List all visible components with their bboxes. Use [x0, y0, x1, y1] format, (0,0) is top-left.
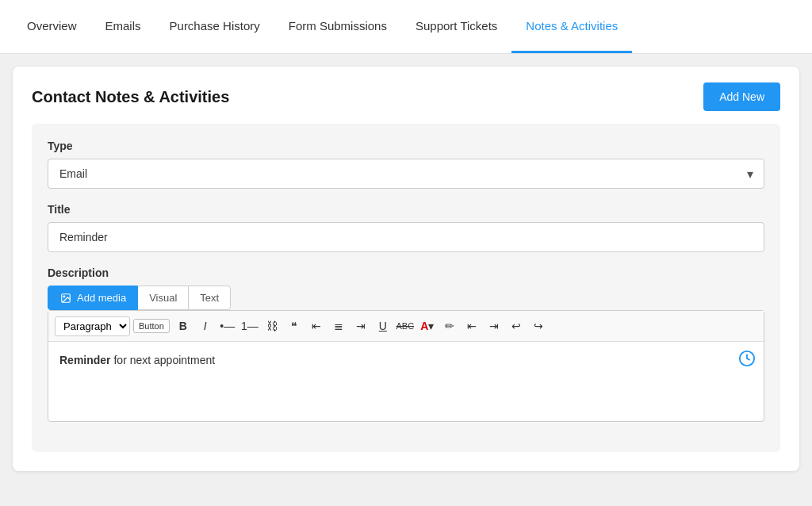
bullet-list-button[interactable]: •— [217, 316, 238, 336]
nav-label-purchase-history: Purchase History [170, 19, 260, 33]
type-group: Type Email Note Activity Call Meeting [48, 140, 764, 189]
font-color-button[interactable]: A▾ [417, 316, 438, 336]
align-left-icon: ⇤ [312, 320, 321, 332]
italic-button[interactable]: I [195, 316, 216, 336]
type-label: Type [48, 140, 764, 152]
editor-tabs: Add media Visual Text [48, 286, 764, 310]
undo-button[interactable]: ↩ [506, 316, 527, 336]
button-label-btn[interactable]: Button [133, 319, 170, 333]
align-left-button[interactable]: ⇤ [306, 316, 327, 336]
nav-item-purchase-history[interactable]: Purchase History [155, 0, 274, 53]
nav-item-support-tickets[interactable]: Support Tickets [401, 0, 511, 53]
title-label: Title [48, 203, 764, 216]
type-select-wrapper: Email Note Activity Call Meeting [48, 159, 764, 189]
tab-add-media[interactable]: Add media [48, 286, 138, 310]
pencil-button[interactable]: ✏ [439, 316, 460, 336]
card-title: Contact Notes & Activities [32, 88, 229, 106]
undo-icon: ↩ [511, 320, 521, 332]
editor-wrapper: Paragraph Heading 1 Heading 2 Button B I… [48, 310, 764, 422]
align-center-button[interactable]: ≣ [328, 316, 349, 336]
nav-label-overview: Overview [27, 19, 77, 33]
title-group: Title [48, 203, 764, 252]
indent-decrease-button[interactable]: ⇤ [462, 316, 482, 336]
nav-item-form-submissions[interactable]: Form Submissions [274, 0, 401, 53]
redo-icon: ↪ [534, 320, 543, 332]
clock-button[interactable] [738, 350, 756, 371]
tab-visual[interactable]: Visual [138, 286, 188, 310]
card-header: Contact Notes & Activities Add New [32, 82, 780, 111]
quote-button[interactable]: ❝ [284, 316, 304, 336]
notes-activities-card: Contact Notes & Activities Add New Type … [13, 67, 799, 471]
bullet-list-icon: •— [220, 320, 235, 332]
pencil-icon: ✏ [445, 320, 454, 332]
editor-rest-text: for next appointment [111, 354, 216, 366]
quote-icon: ❝ [291, 320, 297, 332]
top-navigation: Overview Emails Purchase History Form Su… [0, 0, 812, 54]
underline-icon: U [379, 320, 387, 332]
tab-text[interactable]: Text [188, 286, 231, 310]
title-input[interactable] [48, 222, 764, 252]
link-button[interactable]: ⛓ [262, 316, 282, 336]
strikethrough-icon: ABC [396, 321, 415, 331]
type-select[interactable]: Email Note Activity Call Meeting [48, 159, 764, 189]
align-right-button[interactable]: ⇥ [350, 316, 371, 336]
indent-decrease-icon: ⇤ [467, 320, 477, 332]
svg-point-1 [63, 296, 65, 297]
add-new-button[interactable]: Add New [703, 82, 780, 111]
description-label: Description [48, 266, 764, 279]
strikethrough-button[interactable]: ABC [395, 316, 416, 336]
nav-item-notes-activities[interactable]: Notes & Activities [511, 0, 632, 53]
numbered-list-icon: 1— [241, 320, 259, 332]
nav-label-support-tickets: Support Tickets [416, 19, 497, 33]
nav-label-notes-activities: Notes & Activities [526, 19, 618, 33]
nav-item-emails[interactable]: Emails [91, 0, 155, 53]
clock-icon [738, 350, 756, 367]
form-section: Type Email Note Activity Call Meeting Ti… [32, 124, 780, 452]
indent-increase-icon: ⇥ [489, 320, 499, 332]
font-color-icon: A [420, 320, 428, 332]
numbered-list-button[interactable]: 1— [239, 316, 260, 336]
main-content: Contact Notes & Activities Add New Type … [0, 54, 812, 506]
bold-button[interactable]: B [173, 316, 193, 336]
add-media-icon [59, 293, 72, 304]
paragraph-select[interactable]: Paragraph Heading 1 Heading 2 [55, 316, 130, 336]
nav-label-emails: Emails [105, 19, 141, 33]
tab-visual-label: Visual [149, 292, 177, 304]
redo-button[interactable]: ↪ [528, 316, 549, 336]
nav-label-form-submissions: Form Submissions [289, 19, 387, 33]
nav-item-overview[interactable]: Overview [13, 0, 91, 53]
underline-button[interactable]: U [373, 316, 393, 336]
tab-text-label: Text [200, 292, 219, 304]
align-center-icon: ≣ [334, 320, 343, 332]
link-icon: ⛓ [266, 320, 278, 332]
editor-toolbar: Paragraph Heading 1 Heading 2 Button B I… [48, 311, 764, 342]
indent-increase-button[interactable]: ⇥ [484, 316, 504, 336]
editor-content[interactable]: Reminder for next appointment [48, 342, 764, 421]
bold-icon: B [179, 320, 187, 332]
editor-bold-text: Reminder [59, 354, 111, 366]
italic-icon: I [204, 320, 207, 332]
description-group: Description Add media Visual [48, 266, 764, 422]
tab-add-media-label: Add media [77, 292, 126, 304]
align-right-icon: ⇥ [356, 320, 366, 332]
